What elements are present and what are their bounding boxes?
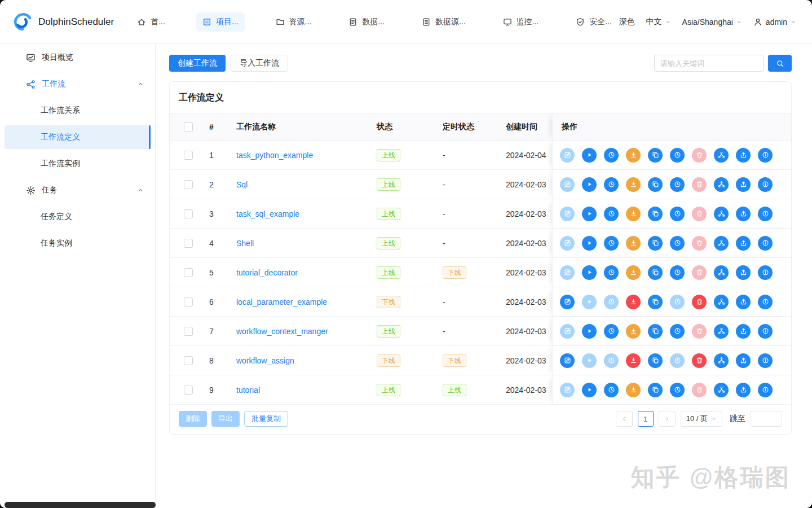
tree-view-button[interactable] <box>714 236 729 251</box>
delete-button[interactable] <box>692 177 707 192</box>
export-button[interactable] <box>736 177 751 192</box>
workflow-name-link[interactable]: Shell <box>236 239 254 248</box>
user-menu[interactable]: admin <box>753 17 796 27</box>
nav-item-monitor[interactable]: 监控... <box>497 12 545 32</box>
row-checkbox[interactable] <box>184 268 193 277</box>
delete-button[interactable] <box>692 295 707 309</box>
copy-name-icon[interactable] <box>346 151 354 159</box>
row-checkbox[interactable] <box>184 297 193 306</box>
edit-button[interactable] <box>560 177 575 192</box>
timing-button[interactable] <box>604 148 619 163</box>
tree-view-button[interactable] <box>714 383 729 397</box>
workflow-name-link[interactable]: tutorial_decorator <box>236 268 298 277</box>
run-button[interactable] <box>582 148 597 163</box>
export-button[interactable] <box>736 295 751 309</box>
tree-view-button[interactable] <box>714 207 729 221</box>
run-button[interactable] <box>582 383 597 397</box>
search-button[interactable] <box>768 55 792 72</box>
tree-view-button[interactable] <box>714 148 729 163</box>
row-checkbox[interactable] <box>184 180 193 189</box>
copy-workflow-button[interactable] <box>648 383 663 397</box>
version-info-button[interactable] <box>758 177 773 192</box>
copy-workflow-button[interactable] <box>648 236 663 251</box>
copy-name-icon[interactable] <box>346 180 354 189</box>
workflow-name-link[interactable]: tutorial <box>236 386 260 395</box>
tree-view-button[interactable] <box>714 295 729 309</box>
copy-workflow-button[interactable] <box>648 295 663 309</box>
copy-workflow-button[interactable] <box>648 177 663 192</box>
workflow-name-link[interactable]: local_parameter_example <box>236 297 327 306</box>
search-input[interactable] <box>654 55 764 72</box>
edit-button[interactable] <box>560 353 575 368</box>
timezone-select[interactable]: Asia/Shanghai <box>682 17 742 27</box>
copy-name-icon[interactable] <box>346 356 354 365</box>
export-button[interactable] <box>736 236 751 251</box>
edit-button[interactable] <box>560 207 575 221</box>
row-checkbox[interactable] <box>184 327 193 336</box>
jump-page-input[interactable] <box>751 411 782 427</box>
next-page-button[interactable] <box>659 411 676 427</box>
run-button[interactable] <box>582 265 597 280</box>
row-checkbox[interactable] <box>184 209 193 218</box>
run-button[interactable] <box>582 177 597 192</box>
delete-button[interactable] <box>692 148 707 163</box>
version-info-button[interactable] <box>758 383 773 397</box>
version-info-button[interactable] <box>758 236 773 251</box>
copy-workflow-button[interactable] <box>648 148 663 163</box>
version-info-button[interactable] <box>758 148 773 163</box>
edit-button[interactable] <box>560 265 575 280</box>
nav-item-security[interactable]: 安全... <box>570 12 618 32</box>
language-select[interactable]: 中文 <box>646 17 671 27</box>
cron-manage-button[interactable] <box>670 383 685 397</box>
version-info-button[interactable] <box>758 207 773 221</box>
timing-button[interactable] <box>604 383 619 397</box>
tree-view-button[interactable] <box>714 177 729 192</box>
timing-button[interactable] <box>604 295 619 309</box>
workflow-name-link[interactable]: workflow_context_manger <box>236 327 328 336</box>
timing-button[interactable] <box>604 324 619 339</box>
export-button[interactable] <box>736 383 751 397</box>
version-info-button[interactable] <box>758 265 773 280</box>
online-offline-button[interactable] <box>626 177 641 192</box>
timing-button[interactable] <box>604 177 619 192</box>
timing-button[interactable] <box>604 236 619 251</box>
copy-workflow-button[interactable] <box>648 353 663 368</box>
tree-view-button[interactable] <box>714 353 729 368</box>
sidebar-item-task[interactable]: 任务 <box>5 178 151 202</box>
copy-name-icon[interactable] <box>346 297 354 306</box>
copy-workflow-button[interactable] <box>648 207 663 221</box>
theme-toggle[interactable]: 深色 <box>619 17 635 27</box>
run-button[interactable] <box>582 353 597 368</box>
create-workflow-button[interactable]: 创建工作流 <box>169 55 226 72</box>
cron-manage-button[interactable] <box>670 207 685 221</box>
copy-name-icon[interactable] <box>346 209 354 218</box>
page-size-select[interactable]: 10 / 页 <box>681 411 722 427</box>
page-1-button[interactable]: 1 <box>638 411 654 427</box>
tree-view-button[interactable] <box>714 324 729 339</box>
workflow-name-link[interactable]: task_python_example <box>236 151 313 160</box>
timing-button[interactable] <box>604 207 619 221</box>
delete-button[interactable] <box>692 207 707 221</box>
copy-workflow-button[interactable] <box>648 324 663 339</box>
prev-page-button[interactable] <box>616 411 633 427</box>
cron-manage-button[interactable] <box>670 265 685 280</box>
timing-button[interactable] <box>604 265 619 280</box>
tree-view-button[interactable] <box>714 265 729 280</box>
row-checkbox[interactable] <box>184 356 193 365</box>
cron-manage-button[interactable] <box>670 324 685 339</box>
export-button[interactable] <box>736 265 751 280</box>
version-info-button[interactable] <box>758 295 773 309</box>
workflow-name-link[interactable]: task_sql_example <box>236 209 299 218</box>
edit-button[interactable] <box>560 295 575 309</box>
row-checkbox[interactable] <box>184 151 193 160</box>
nav-item-datasource[interactable]: 数据源... <box>416 12 472 32</box>
delete-button[interactable] <box>692 265 707 280</box>
select-all-checkbox[interactable] <box>184 122 193 132</box>
online-offline-button[interactable] <box>626 383 641 397</box>
import-workflow-button[interactable]: 导入工作流 <box>231 55 288 72</box>
cron-manage-button[interactable] <box>670 148 685 163</box>
online-offline-button[interactable] <box>626 353 641 368</box>
batch-export-button[interactable]: 导出 <box>211 411 240 427</box>
workflow-name-link[interactable]: Sql <box>236 180 248 189</box>
cron-manage-button[interactable] <box>670 236 685 251</box>
